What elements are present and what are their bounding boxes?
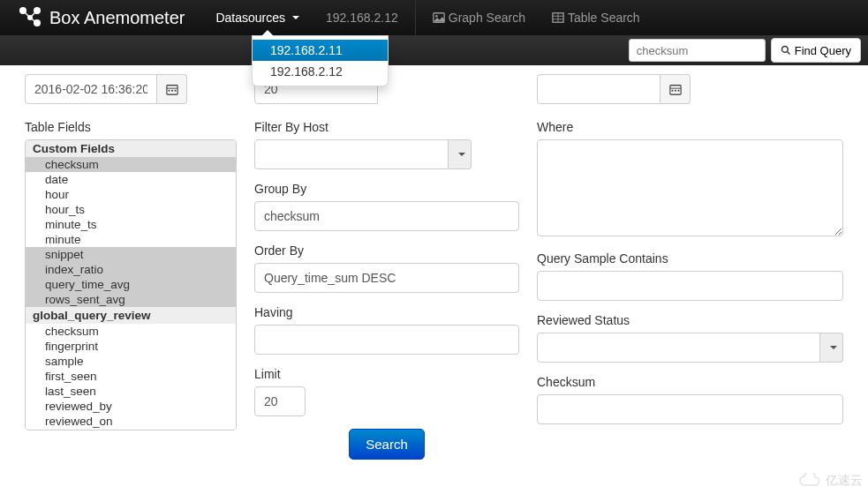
reviewed-status-field: Reviewed Status xyxy=(537,313,843,363)
anemometer-icon xyxy=(18,5,42,31)
find-query-button[interactable]: Find Query xyxy=(771,38,861,63)
svg-line-4 xyxy=(23,11,30,18)
datasources-dropdown: 192.168.2.11 192.168.2.12 xyxy=(252,35,389,86)
svg-point-13 xyxy=(781,47,788,53)
navbar: Box Anemometer Datasources 192.168.2.12 … xyxy=(0,0,868,35)
group-by-field: Group By xyxy=(254,182,519,231)
caret-down-icon xyxy=(458,153,465,156)
svg-rect-19 xyxy=(174,90,176,92)
table-fields-label: Table Fields xyxy=(25,120,237,134)
dropdown-item[interactable]: 192.168.2.11 xyxy=(253,40,388,61)
datetime-group-3 xyxy=(537,74,843,104)
order-by-input[interactable] xyxy=(254,263,519,293)
nav-current-datasource[interactable]: 192.168.2.12 xyxy=(313,2,411,34)
datetime-group xyxy=(25,74,237,104)
listbox-item[interactable]: reviewed_on xyxy=(26,414,236,429)
listbox-item[interactable]: checksum xyxy=(26,324,236,339)
listbox-item[interactable]: snippet xyxy=(26,247,236,262)
limit-input[interactable] xyxy=(254,386,306,416)
svg-rect-24 xyxy=(677,90,679,92)
search-icon xyxy=(781,45,791,56)
listbox-item[interactable]: last_seen xyxy=(26,384,236,399)
listbox-item[interactable]: first_seen xyxy=(26,369,236,384)
checksum-label: Checksum xyxy=(537,375,843,389)
having-field: Having xyxy=(254,305,519,355)
limit-label: Limit xyxy=(254,367,519,381)
svg-rect-18 xyxy=(171,90,173,92)
listbox-item[interactable]: checksum xyxy=(26,157,236,172)
query-sample-input[interactable] xyxy=(537,271,843,301)
search-button[interactable]: Search xyxy=(349,429,425,460)
nav-divider xyxy=(415,0,416,35)
query-sample-field: Query Sample Contains xyxy=(537,251,843,301)
nav-current-ds-text: 192.168.2.12 xyxy=(326,11,398,25)
svg-rect-23 xyxy=(675,90,676,92)
brand[interactable]: Box Anemometer xyxy=(18,5,185,31)
top-col-3 xyxy=(537,74,843,120)
svg-rect-22 xyxy=(671,90,673,92)
group-by-input[interactable] xyxy=(254,201,519,231)
where-textarea[interactable] xyxy=(537,139,843,236)
group-by-label: Group By xyxy=(254,182,519,196)
where-field: Where xyxy=(537,120,843,239)
listbox-item[interactable]: sample xyxy=(26,354,236,369)
image-icon xyxy=(433,11,445,24)
svg-line-14 xyxy=(787,52,789,55)
listbox-item[interactable]: query_time_avg xyxy=(26,277,236,292)
limit-field: Limit xyxy=(254,367,519,416)
listbox-group-header: Custom Fields xyxy=(26,140,236,157)
dropdown-arrow-icon xyxy=(261,30,274,36)
reviewed-status-combo xyxy=(537,333,843,363)
table-icon xyxy=(552,11,564,24)
calendar-button[interactable] xyxy=(157,74,187,104)
listbox-item[interactable]: minute_ts xyxy=(26,217,236,232)
nav-table-search[interactable]: Table Search xyxy=(539,2,653,34)
order-by-label: Order By xyxy=(254,243,519,258)
form-row: Table Fields Custom Fieldschecksumdateho… xyxy=(25,120,843,460)
listbox-item[interactable]: comments xyxy=(26,429,236,430)
calendar-button-3[interactable] xyxy=(660,74,691,104)
listbox-item[interactable]: minute xyxy=(26,232,236,247)
checksum-input[interactable] xyxy=(537,394,843,424)
nav-table-search-label: Table Search xyxy=(568,11,640,25)
dropdown-item[interactable]: 192.168.2.12 xyxy=(253,61,388,82)
reviewed-status-dropdown-button[interactable] xyxy=(820,333,843,363)
datetime-input-3[interactable] xyxy=(537,74,660,104)
datetime-input[interactable] xyxy=(25,74,157,104)
listbox-group-header: global_query_review xyxy=(26,307,236,324)
listbox-item[interactable]: hour xyxy=(26,187,236,202)
calendar-icon xyxy=(669,83,682,95)
table-fields-listbox[interactable]: Custom Fieldschecksumdatehourhour_tsminu… xyxy=(25,139,237,430)
right-column: Where Query Sample Contains Reviewed Sta… xyxy=(537,120,843,460)
left-column: Table Fields Custom Fieldschecksumdateho… xyxy=(25,120,237,460)
filter-by-host-input[interactable] xyxy=(254,139,449,169)
nav-graph-search[interactable]: Graph Search xyxy=(419,2,539,34)
filter-by-host-label: Filter By Host xyxy=(254,120,519,134)
checksum-search-input[interactable] xyxy=(629,39,766,62)
where-label: Where xyxy=(537,120,843,134)
top-row xyxy=(25,74,843,120)
top-col-1 xyxy=(25,74,237,120)
main-container: Table Fields Custom Fieldschecksumdateho… xyxy=(0,65,868,468)
listbox-item[interactable]: index_ratio xyxy=(26,262,236,277)
having-input[interactable] xyxy=(254,325,519,355)
listbox-item[interactable]: fingerprint xyxy=(26,339,236,354)
nav-datasources-label: Datasources xyxy=(215,11,285,25)
having-label: Having xyxy=(254,305,519,319)
caret-down-icon xyxy=(830,346,837,349)
reviewed-status-input[interactable] xyxy=(537,333,820,363)
nav-datasources[interactable]: Datasources xyxy=(202,2,313,34)
calendar-icon xyxy=(166,83,178,95)
filter-by-host-field: Filter By Host xyxy=(254,120,519,169)
middle-column: Filter By Host Group By Order By Having … xyxy=(254,120,519,460)
filter-by-host-dropdown-button[interactable] xyxy=(449,139,472,169)
listbox-item[interactable]: reviewed_by xyxy=(26,399,236,414)
reviewed-status-label: Reviewed Status xyxy=(537,313,843,327)
find-query-label: Find Query xyxy=(795,44,851,57)
caret-down-icon xyxy=(292,16,299,19)
order-by-field: Order By xyxy=(254,243,519,293)
listbox-item[interactable]: rows_sent_avg xyxy=(26,292,236,307)
listbox-item[interactable]: hour_ts xyxy=(26,202,236,217)
listbox-item[interactable]: date xyxy=(26,172,236,187)
brand-text: Box Anemometer xyxy=(49,8,185,28)
